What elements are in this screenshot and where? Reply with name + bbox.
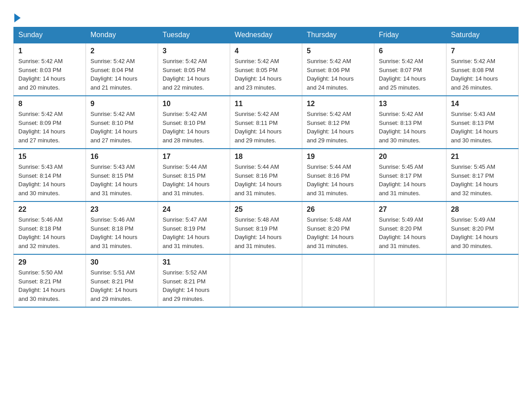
day-number: 23 [90, 206, 153, 214]
calendar-cell: 10 Sunrise: 5:42 AMSunset: 8:10 PMDaylig… [158, 96, 230, 149]
calendar-cell: 20 Sunrise: 5:45 AMSunset: 8:17 PMDaylig… [374, 149, 446, 201]
calendar-cell: 15 Sunrise: 5:43 AMSunset: 8:14 PMDaylig… [14, 149, 86, 201]
day-info: Sunrise: 5:49 AMSunset: 8:20 PMDaylight:… [451, 216, 498, 249]
calendar-cell: 13 Sunrise: 5:42 AMSunset: 8:13 PMDaylig… [374, 96, 446, 149]
calendar-header-row: SundayMondayTuesdayWednesdayThursdayFrid… [14, 27, 519, 43]
day-info: Sunrise: 5:42 AMSunset: 8:06 PMDaylight:… [307, 58, 354, 91]
calendar-header-wednesday: Wednesday [230, 27, 302, 43]
day-info: Sunrise: 5:43 AMSunset: 8:15 PMDaylight:… [90, 163, 137, 197]
calendar-cell: 30 Sunrise: 5:51 AMSunset: 8:21 PMDaylig… [86, 254, 158, 307]
day-number: 2 [90, 47, 153, 55]
day-number: 11 [235, 100, 297, 108]
calendar-cell: 24 Sunrise: 5:47 AMSunset: 8:19 PMDaylig… [158, 201, 230, 254]
day-info: Sunrise: 5:43 AMSunset: 8:14 PMDaylight:… [18, 163, 65, 197]
day-number: 3 [163, 47, 225, 55]
calendar-cell: 12 Sunrise: 5:42 AMSunset: 8:12 PMDaylig… [302, 96, 374, 149]
day-number: 25 [235, 206, 297, 214]
day-number: 6 [379, 47, 442, 55]
day-info: Sunrise: 5:45 AMSunset: 8:17 PMDaylight:… [379, 163, 426, 197]
calendar-cell: 21 Sunrise: 5:45 AMSunset: 8:17 PMDaylig… [446, 149, 519, 201]
calendar-header-sunday: Sunday [14, 27, 86, 43]
calendar-week-row: 8 Sunrise: 5:42 AMSunset: 8:09 PMDayligh… [14, 96, 519, 149]
calendar-cell: 11 Sunrise: 5:42 AMSunset: 8:11 PMDaylig… [230, 96, 302, 149]
calendar-cell: 31 Sunrise: 5:52 AMSunset: 8:21 PMDaylig… [158, 254, 230, 307]
day-info: Sunrise: 5:44 AMSunset: 8:16 PMDaylight:… [235, 163, 282, 197]
day-info: Sunrise: 5:42 AMSunset: 8:10 PMDaylight:… [90, 111, 137, 144]
day-info: Sunrise: 5:43 AMSunset: 8:13 PMDaylight:… [451, 111, 498, 144]
day-info: Sunrise: 5:42 AMSunset: 8:13 PMDaylight:… [379, 111, 426, 144]
calendar-cell: 9 Sunrise: 5:42 AMSunset: 8:10 PMDayligh… [86, 96, 158, 149]
day-info: Sunrise: 5:42 AMSunset: 8:05 PMDaylight:… [163, 58, 210, 91]
day-number: 9 [90, 100, 153, 108]
calendar-cell: 25 Sunrise: 5:48 AMSunset: 8:19 PMDaylig… [230, 201, 302, 254]
day-number: 8 [18, 100, 81, 108]
calendar-cell: 3 Sunrise: 5:42 AMSunset: 8:05 PMDayligh… [158, 43, 230, 96]
calendar-cell: 8 Sunrise: 5:42 AMSunset: 8:09 PMDayligh… [14, 96, 86, 149]
day-info: Sunrise: 5:48 AMSunset: 8:20 PMDaylight:… [307, 216, 354, 249]
day-number: 4 [235, 47, 297, 55]
day-info: Sunrise: 5:45 AMSunset: 8:17 PMDaylight:… [451, 163, 498, 197]
day-number: 31 [163, 258, 225, 266]
day-info: Sunrise: 5:42 AMSunset: 8:08 PMDaylight:… [451, 58, 498, 91]
day-info: Sunrise: 5:47 AMSunset: 8:19 PMDaylight:… [163, 216, 210, 249]
day-number: 29 [18, 258, 81, 266]
calendar-cell [374, 254, 446, 307]
calendar-cell [446, 254, 519, 307]
day-number: 14 [451, 100, 514, 108]
calendar-cell: 4 Sunrise: 5:42 AMSunset: 8:05 PMDayligh… [230, 43, 302, 96]
day-number: 19 [307, 153, 369, 161]
calendar-header-tuesday: Tuesday [158, 27, 230, 43]
day-info: Sunrise: 5:46 AMSunset: 8:18 PMDaylight:… [18, 216, 65, 249]
calendar-cell: 23 Sunrise: 5:46 AMSunset: 8:18 PMDaylig… [86, 201, 158, 254]
calendar-cell: 7 Sunrise: 5:42 AMSunset: 8:08 PMDayligh… [446, 43, 519, 96]
day-info: Sunrise: 5:42 AMSunset: 8:07 PMDaylight:… [379, 58, 426, 91]
calendar-cell: 16 Sunrise: 5:43 AMSunset: 8:15 PMDaylig… [86, 149, 158, 201]
page-header [13, 9, 519, 22]
day-number: 28 [451, 206, 514, 214]
day-number: 26 [307, 206, 369, 214]
day-info: Sunrise: 5:42 AMSunset: 8:10 PMDaylight:… [163, 111, 210, 144]
calendar-week-row: 29 Sunrise: 5:50 AMSunset: 8:21 PMDaylig… [14, 254, 519, 307]
calendar-cell [302, 254, 374, 307]
day-number: 5 [307, 47, 369, 55]
day-number: 12 [307, 100, 369, 108]
day-info: Sunrise: 5:50 AMSunset: 8:21 PMDaylight:… [18, 269, 65, 302]
calendar-cell: 1 Sunrise: 5:42 AMSunset: 8:03 PMDayligh… [14, 43, 86, 96]
day-number: 22 [18, 206, 81, 214]
calendar-table: SundayMondayTuesdayWednesdayThursdayFrid… [13, 27, 519, 308]
day-info: Sunrise: 5:51 AMSunset: 8:21 PMDaylight:… [90, 269, 137, 302]
calendar-cell: 27 Sunrise: 5:49 AMSunset: 8:20 PMDaylig… [374, 201, 446, 254]
day-number: 30 [90, 258, 153, 266]
day-info: Sunrise: 5:42 AMSunset: 8:05 PMDaylight:… [235, 58, 282, 91]
calendar-header-monday: Monday [86, 27, 158, 43]
day-info: Sunrise: 5:48 AMSunset: 8:19 PMDaylight:… [235, 216, 282, 249]
day-number: 20 [379, 153, 442, 161]
day-number: 27 [379, 206, 442, 214]
day-info: Sunrise: 5:52 AMSunset: 8:21 PMDaylight:… [163, 269, 210, 302]
day-number: 1 [18, 47, 81, 55]
day-info: Sunrise: 5:44 AMSunset: 8:16 PMDaylight:… [307, 163, 354, 197]
calendar-cell: 19 Sunrise: 5:44 AMSunset: 8:16 PMDaylig… [302, 149, 374, 201]
day-number: 16 [90, 153, 153, 161]
calendar-cell: 22 Sunrise: 5:46 AMSunset: 8:18 PMDaylig… [14, 201, 86, 254]
day-info: Sunrise: 5:42 AMSunset: 8:12 PMDaylight:… [307, 111, 354, 144]
day-info: Sunrise: 5:42 AMSunset: 8:04 PMDaylight:… [90, 58, 137, 91]
day-number: 13 [379, 100, 442, 108]
calendar-cell: 6 Sunrise: 5:42 AMSunset: 8:07 PMDayligh… [374, 43, 446, 96]
calendar-cell: 28 Sunrise: 5:49 AMSunset: 8:20 PMDaylig… [446, 201, 519, 254]
day-info: Sunrise: 5:42 AMSunset: 8:09 PMDaylight:… [18, 111, 65, 144]
day-info: Sunrise: 5:44 AMSunset: 8:15 PMDaylight:… [163, 163, 210, 197]
day-info: Sunrise: 5:42 AMSunset: 8:03 PMDaylight:… [18, 58, 65, 91]
calendar-cell: 26 Sunrise: 5:48 AMSunset: 8:20 PMDaylig… [302, 201, 374, 254]
calendar-cell: 14 Sunrise: 5:43 AMSunset: 8:13 PMDaylig… [446, 96, 519, 149]
day-number: 7 [451, 47, 514, 55]
calendar-header-friday: Friday [374, 27, 446, 43]
calendar-cell: 17 Sunrise: 5:44 AMSunset: 8:15 PMDaylig… [158, 149, 230, 201]
day-number: 10 [163, 100, 225, 108]
calendar-cell: 29 Sunrise: 5:50 AMSunset: 8:21 PMDaylig… [14, 254, 86, 307]
calendar-header-saturday: Saturday [446, 27, 519, 43]
logo-arrow-icon [14, 13, 21, 22]
day-number: 24 [163, 206, 225, 214]
day-number: 15 [18, 153, 81, 161]
day-info: Sunrise: 5:46 AMSunset: 8:18 PMDaylight:… [90, 216, 137, 249]
